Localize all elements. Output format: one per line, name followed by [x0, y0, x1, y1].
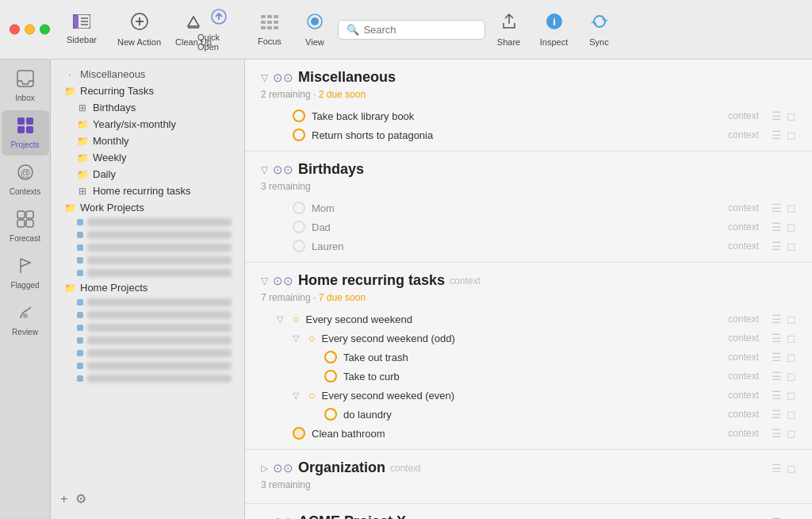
trash-flag-icon[interactable]: ◻ [787, 351, 796, 363]
curb-note-icon[interactable]: ☰ [772, 370, 782, 383]
laundry-note-icon[interactable]: ☰ [772, 408, 782, 421]
task-circle-curb[interactable] [324, 370, 337, 383]
task-dad[interactable]: Dad context ☰ ◻ [261, 217, 796, 236]
acme-context[interactable]: context [411, 517, 442, 520]
organization-context[interactable]: context [390, 463, 421, 474]
task-note-icon-dad[interactable]: ☰ [772, 221, 782, 233]
birthdays-toggle[interactable]: ▽ [261, 164, 268, 175]
task-take-out-trash[interactable]: Take out trash context ☰ ◻ [261, 348, 796, 367]
home-recurring-context[interactable]: context [450, 275, 481, 286]
task-do-laundry[interactable]: do laundry context ☰ ◻ [261, 405, 796, 424]
miscellaneous-toggle[interactable]: ▽ [261, 72, 268, 83]
task-context-laundry[interactable]: context [728, 409, 759, 420]
search-box[interactable]: 🔍 [338, 20, 485, 40]
sidebar-item-yearly[interactable]: 📁 Yearly/six-monthly [54, 116, 241, 133]
bathroom-note-icon[interactable]: ☰ [772, 427, 782, 440]
fullscreen-button[interactable] [40, 25, 50, 35]
sidebar-item-home-recurring[interactable]: ⊞ Home recurring tasks [54, 183, 241, 199]
task-return-shorts[interactable]: Return shorts to patagonia context ☰ ◻ [261, 125, 796, 144]
group-every-second-weekend[interactable]: ▽ ○ Every second weekend context ☰ ◻ [261, 309, 796, 329]
task-note-icon-mom[interactable]: ☰ [772, 202, 782, 214]
task-flag-icon-1[interactable]: ◻ [787, 110, 796, 122]
task-circle-trash[interactable] [324, 351, 337, 363]
task-circle-dad[interactable] [293, 221, 305, 233]
odd-group-toggle[interactable]: ▽ [293, 333, 302, 344]
inspect-button[interactable]: i Inspect [532, 6, 576, 53]
acme-flag-icon[interactable]: ◻ [787, 516, 796, 520]
quick-open-button[interactable]: Quick Open [191, 6, 246, 53]
trash-note-icon[interactable]: ☰ [772, 351, 782, 363]
even-note-icon[interactable]: ☰ [772, 389, 782, 402]
task-note-icon-lauren[interactable]: ☰ [772, 240, 782, 252]
sync-button[interactable]: Sync [577, 6, 621, 53]
task-context-1[interactable]: context [728, 110, 759, 121]
sidebar-item-forecast[interactable]: Forecast [2, 204, 49, 249]
task-context-2[interactable]: context [728, 129, 759, 140]
task-context-lauren[interactable]: context [728, 240, 759, 252]
sidebar-misc[interactable]: · Miscellaneous [54, 66, 241, 83]
settings-button[interactable]: ⚙ [75, 491, 86, 506]
share-button[interactable]: Share [487, 6, 530, 53]
task-lauren[interactable]: Lauren context ☰ ◻ [261, 236, 796, 256]
sidebar-home-projects[interactable]: 📁 Home Projects [54, 279, 241, 296]
group-weekend-even[interactable]: ▽ ○ Every second weeked (even) context ☰… [261, 386, 796, 405]
task-flag-icon-dad[interactable]: ◻ [787, 221, 796, 233]
task-circle-mom[interactable] [293, 202, 305, 214]
task-circle-lauren[interactable] [293, 240, 305, 252]
group-weekend-odd[interactable]: ▽ ○ Every second weekend (odd) context ☰… [261, 329, 796, 348]
sidebar-work-projects[interactable]: 📁 Work Projects [54, 199, 241, 216]
view-button[interactable]: View [293, 6, 336, 53]
minimize-button[interactable] [25, 25, 35, 35]
curb-flag-icon[interactable]: ◻ [787, 370, 796, 383]
task-circle-laundry[interactable] [324, 408, 337, 421]
sidebar-item-contexts[interactable]: @ Contexts [2, 157, 49, 202]
task-take-back-library[interactable]: Take back library book context ☰ ◻ [261, 106, 796, 125]
sidebar-item-weekly[interactable]: 📁 Weekly [54, 149, 241, 166]
org-flag-icon[interactable]: ◻ [787, 462, 796, 475]
odd-note-icon[interactable]: ☰ [772, 332, 782, 344]
sidebar-button[interactable]: Sidebar [54, 6, 109, 53]
task-context-trash[interactable]: context [728, 352, 759, 363]
sidebar-item-birthdays[interactable]: ⊞ Birthdays [54, 99, 241, 116]
sidebar-item-inbox[interactable]: Inbox [2, 63, 49, 109]
weekend-note-icon[interactable]: ☰ [772, 313, 782, 325]
sidebar-item-daily[interactable]: 📁 Daily [54, 166, 241, 183]
org-note-icon[interactable]: ☰ [772, 462, 782, 475]
sidebar-item-review[interactable]: Review [2, 298, 49, 343]
add-button[interactable]: + [60, 491, 67, 506]
sidebar-item-projects[interactable]: Projects [2, 110, 49, 156]
search-input[interactable] [363, 24, 474, 36]
acme-note-icon[interactable]: ☰ [772, 516, 782, 520]
even-group-toggle[interactable]: ▽ [293, 390, 302, 401]
task-flag-icon-mom[interactable]: ◻ [787, 202, 796, 214]
weekend-group-toggle[interactable]: ▽ [277, 314, 286, 325]
laundry-flag-icon[interactable]: ◻ [787, 408, 796, 421]
sidebar-item-flagged[interactable]: Flagged [2, 251, 49, 296]
even-group-context[interactable]: context [728, 390, 759, 401]
task-context-mom[interactable]: context [728, 202, 759, 213]
task-flag-icon-lauren[interactable]: ◻ [787, 240, 796, 252]
home-recurring-toggle[interactable]: ▽ [261, 275, 268, 286]
close-button[interactable] [10, 25, 20, 35]
acme-toggle[interactable]: ▽ [261, 517, 268, 520]
task-note-icon-1[interactable]: ☰ [772, 110, 782, 122]
odd-flag-icon[interactable]: ◻ [787, 332, 796, 344]
task-circle-2[interactable] [293, 129, 305, 141]
new-action-button[interactable]: New Action [111, 6, 167, 53]
task-clean-bathroom[interactable]: Clean bathroom context ☰ ◻ [261, 424, 796, 443]
focus-button[interactable]: Focus [247, 6, 291, 53]
task-context-dad[interactable]: context [728, 221, 759, 233]
organization-toggle[interactable]: ▷ [261, 463, 268, 474]
task-mom[interactable]: Mom context ☰ ◻ [261, 198, 796, 217]
odd-group-context[interactable]: context [728, 333, 759, 344]
task-take-to-curb[interactable]: Take to curb context ☰ ◻ [261, 367, 796, 386]
sidebar-recurring-tasks[interactable]: 📁 Recurring Tasks [54, 83, 241, 99]
task-note-icon-2[interactable]: ☰ [772, 129, 782, 141]
task-circle-bathroom[interactable] [293, 427, 305, 440]
task-flag-icon-2[interactable]: ◻ [787, 129, 796, 141]
bathroom-flag-icon[interactable]: ◻ [787, 427, 796, 440]
task-circle-1[interactable] [293, 110, 305, 122]
weekend-flag-icon[interactable]: ◻ [787, 313, 796, 325]
sidebar-item-monthly[interactable]: 📁 Monthly [54, 133, 241, 149]
task-context-bathroom[interactable]: context [728, 428, 759, 439]
